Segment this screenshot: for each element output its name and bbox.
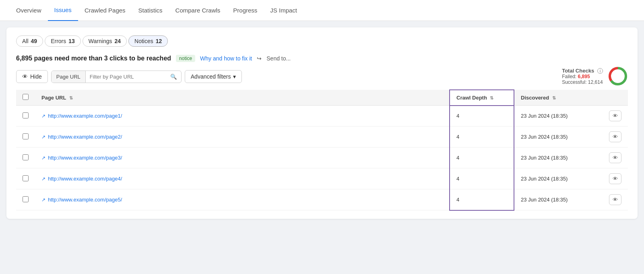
row-action-cell: 👁: [603, 106, 628, 127]
issue-banner: 6,895 pages need more than 3 clicks to b…: [16, 55, 628, 62]
row-discovered-cell: 23 Jun 2024 (18:35): [514, 106, 603, 127]
row-checkbox[interactable]: [23, 112, 29, 118]
sort-icon-depth: ⇅: [490, 95, 493, 101]
discovered-label: Discovered: [521, 95, 549, 101]
arrow-icon: ↪: [257, 55, 262, 62]
successful-value: 12,614: [588, 79, 603, 85]
nav-item-crawled-pages[interactable]: Crawled Pages: [78, 0, 132, 21]
row-checkbox[interactable]: [23, 175, 29, 181]
row-action-cell: 👁: [603, 189, 628, 210]
search-button[interactable]: 🔍: [166, 71, 181, 83]
fix-link[interactable]: Why and how to fix it: [200, 55, 252, 62]
tab-label: Notices: [134, 38, 153, 44]
main-content: All 49Errors 13Warnings 24Notices 12 6,8…: [6, 27, 638, 219]
filter-tab-warnings[interactable]: Warnings 24: [83, 35, 127, 47]
page-url-link[interactable]: ↗ http://www.example.com/page3/: [41, 155, 443, 161]
tab-count: 12: [156, 38, 162, 44]
failed-checks: Failed: 6,895: [562, 74, 603, 79]
chevron-down-icon: ▾: [233, 73, 236, 80]
row-checkbox[interactable]: [23, 154, 29, 160]
row-crawl-depth-cell: 4: [450, 106, 514, 127]
send-to-button[interactable]: Send to...: [266, 55, 291, 62]
nav-item-statistics[interactable]: Statistics: [132, 0, 169, 21]
filter-tab-notices[interactable]: Notices 12: [128, 35, 168, 47]
page-url-text: http://www.example.com/page4/: [48, 176, 122, 182]
row-checkbox-cell: [16, 106, 35, 127]
eye-icon: 👁: [22, 73, 28, 80]
row-discovered-cell: 23 Jun 2024 (18:35): [514, 127, 603, 147]
info-icon[interactable]: i: [597, 68, 603, 74]
sort-icon-discovered: ⇅: [552, 95, 556, 101]
failed-label: Failed:: [562, 74, 576, 79]
table-row: ↗ http://www.example.com/page2/ 4 23 Jun…: [16, 127, 628, 147]
select-all-header: [16, 90, 35, 106]
row-checkbox-cell: [16, 147, 35, 168]
crawl-depth-header[interactable]: Crawl Depth ⇅: [450, 90, 514, 106]
advanced-filters-button[interactable]: Advanced filters ▾: [185, 70, 242, 83]
view-button[interactable]: 👁: [609, 131, 621, 142]
tab-count: 13: [68, 38, 75, 44]
row-url-cell: ↗ http://www.example.com/page2/: [35, 127, 450, 147]
total-checks: Total Checks i Failed: 6,895 Successful:…: [562, 66, 628, 86]
row-crawl-depth-cell: 4: [450, 127, 514, 147]
crawl-depth-value: 4: [456, 113, 459, 119]
page-url-link[interactable]: ↗ http://www.example.com/page4/: [41, 176, 443, 182]
nav-item-compare-crawls[interactable]: Compare Crawls: [169, 0, 227, 21]
tab-label: Warnings: [89, 38, 112, 44]
discovered-value: 23 Jun 2024 (18:35): [521, 197, 568, 203]
url-filter-label: Page URL: [52, 71, 86, 83]
page-url-header[interactable]: Page URL ⇅: [35, 90, 450, 106]
page-url-link[interactable]: ↗ http://www.example.com/page5/: [41, 197, 443, 203]
table-row: ↗ http://www.example.com/page5/ 4 23 Jun…: [16, 189, 628, 210]
page-url-text: http://www.example.com/page5/: [48, 197, 122, 203]
tab-label: All: [22, 38, 29, 44]
view-button[interactable]: 👁: [609, 110, 621, 121]
row-action-cell: 👁: [603, 168, 628, 189]
row-checkbox[interactable]: [23, 133, 29, 139]
successful-label: Successful:: [562, 79, 586, 85]
crawl-depth-label: Crawl Depth: [456, 95, 487, 101]
external-link-icon: ↗: [41, 176, 45, 182]
crawl-depth-value: 4: [456, 134, 459, 140]
row-crawl-depth-cell: 4: [450, 147, 514, 168]
advanced-filters-label: Advanced filters: [191, 73, 231, 80]
hide-button[interactable]: 👁 Hide: [16, 70, 48, 83]
checks-info: Failed: 6,895 Successful: 12,614: [562, 74, 603, 85]
row-checkbox[interactable]: [23, 196, 29, 202]
filter-tab-all[interactable]: All 49: [16, 35, 43, 47]
select-all-checkbox[interactable]: [23, 94, 29, 100]
row-action-cell: 👁: [603, 147, 628, 168]
eye-icon: 👁: [613, 176, 618, 182]
crawl-depth-value: 4: [456, 197, 459, 203]
filter-tabs: All 49Errors 13Warnings 24Notices 12: [16, 35, 628, 47]
row-url-cell: ↗ http://www.example.com/page3/: [35, 147, 450, 168]
row-url-cell: ↗ http://www.example.com/page1/: [35, 106, 450, 127]
donut-chart: [608, 66, 628, 86]
page-url-label: Page URL: [41, 95, 66, 101]
table-header-row: Page URL ⇅ Crawl Depth ⇅ Discovered ⇅: [16, 90, 628, 106]
page-url-link[interactable]: ↗ http://www.example.com/page2/: [41, 134, 443, 140]
nav-item-js-impact[interactable]: JS Impact: [264, 0, 303, 21]
filter-tab-errors[interactable]: Errors 13: [45, 35, 81, 47]
view-button[interactable]: 👁: [609, 152, 621, 163]
table-body: ↗ http://www.example.com/page1/ 4 23 Jun…: [16, 106, 628, 210]
toolbar: 👁 Hide Page URL 🔍 Advanced filters ▾ Tot…: [16, 70, 628, 83]
discovered-value: 23 Jun 2024 (18:35): [521, 113, 568, 119]
row-url-cell: ↗ http://www.example.com/page5/: [35, 189, 450, 210]
table-row: ↗ http://www.example.com/page3/ 4 23 Jun…: [16, 147, 628, 168]
eye-icon: 👁: [613, 155, 618, 161]
discovered-header[interactable]: Discovered ⇅: [514, 90, 603, 106]
view-button[interactable]: 👁: [609, 173, 621, 184]
issue-title: 6,895 pages need more than 3 clicks to b…: [16, 55, 171, 62]
nav-item-overview[interactable]: Overview: [10, 0, 48, 21]
view-button[interactable]: 👁: [609, 194, 621, 205]
crawl-depth-value: 4: [456, 155, 459, 161]
eye-icon: 👁: [613, 134, 618, 140]
nav-item-issues[interactable]: Issues: [48, 0, 78, 21]
nav-item-progress[interactable]: Progress: [227, 0, 264, 21]
failed-value: 6,895: [578, 74, 590, 79]
page-url-link[interactable]: ↗ http://www.example.com/page1/: [41, 113, 443, 119]
url-filter-input[interactable]: [86, 71, 166, 83]
notice-badge: notice: [176, 55, 195, 62]
action-header: [603, 90, 628, 106]
